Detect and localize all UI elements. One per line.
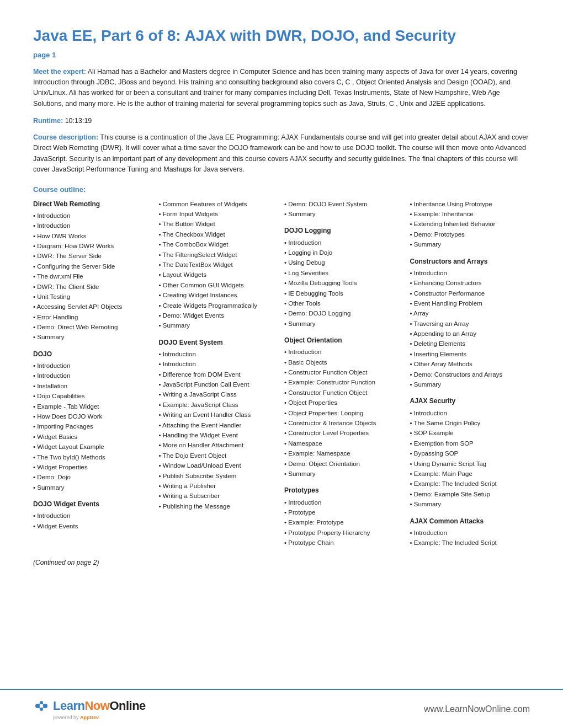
list-item: Constructor Level Properties: [284, 428, 405, 438]
section-title: DOJO Event System: [159, 338, 279, 348]
list-item: Example: Constructor Function: [284, 377, 405, 387]
list-item: Introduction: [33, 221, 153, 231]
list-item: Introduction: [33, 511, 153, 521]
logo-powered: powered by AppDev: [53, 715, 99, 720]
list-item: Using Dynamic Script Tag: [410, 459, 530, 469]
runtime-value: 10:13:19: [65, 117, 92, 125]
list-item: Example - Tab Widget: [33, 402, 153, 411]
list-item: Example: The Included Script: [410, 538, 530, 548]
list-item: Basic Objects: [284, 357, 405, 367]
list-item: Introduction: [33, 211, 153, 221]
footer-logo: LearnNowOnline powered by AppDev: [33, 698, 146, 720]
list-item: Prototype: [284, 507, 405, 517]
list-item: Other Common GUI Widgets: [159, 280, 279, 290]
list-item: Event Handling Problem: [410, 298, 530, 308]
list-item: Demo: Widget Events: [159, 311, 279, 320]
logo-text: LearnNowOnline: [53, 699, 146, 713]
list-item: Widget Properties: [33, 462, 153, 472]
list-item: Constructor Function Object: [284, 388, 405, 398]
list-item: The Dojo Event Object: [159, 451, 279, 461]
description-section: Course description: This course is a con…: [33, 132, 530, 175]
list-item: Publishing the Message: [159, 501, 279, 511]
section-1-3: DOJO Widget EventsIntroductionWidget Eve…: [33, 499, 153, 531]
section-3-1: Demo: DOJO Event SystemSummary: [284, 199, 405, 220]
column-2: Common Features of WidgetsForm Input Wid…: [159, 199, 279, 555]
section-3-2: DOJO LoggingIntroductionLogging in DojoU…: [284, 226, 405, 329]
list-item: The Checkbox Widget: [159, 229, 279, 239]
list-item: Summary: [33, 483, 153, 493]
section-title: DOJO: [33, 349, 153, 360]
list-item: Inserting Elements: [410, 349, 530, 359]
list-item: Constructor Performance: [410, 288, 530, 298]
list-item: Other Array Methods: [410, 359, 530, 369]
list-item: Common Features of Widgets: [159, 199, 279, 209]
list-item: The FilteringSelect Widget: [159, 250, 279, 260]
list-item: Example: Prototype: [284, 517, 405, 527]
list-item: Inheritance Using Prototype: [410, 199, 530, 209]
list-item: Introduction: [410, 268, 530, 278]
list-item: Difference from DOM Event: [159, 370, 279, 379]
list-item: Example: JavaScript Class: [159, 400, 279, 410]
list-item: Introduction: [33, 361, 153, 371]
list-item: Array: [410, 308, 530, 318]
list-item: Summary: [284, 209, 405, 219]
list-item: Demo: Direct Web Remoting: [33, 322, 153, 332]
outline-header: Course outline:: [33, 185, 530, 194]
list-item: Demo: Object Orientation: [284, 459, 405, 469]
column-1: Direct Web RemotingIntroductionIntroduct…: [33, 199, 153, 555]
list-item: Writing a JavaScript Class: [159, 389, 279, 399]
list-item: Handling the Widget Event: [159, 430, 279, 440]
list-item: Widget Events: [33, 521, 153, 531]
list-item: SOP Example: [410, 428, 530, 438]
list-item: Summary: [410, 239, 530, 249]
section-4-1: Inheritance Using PrototypeExample: Inhe…: [410, 199, 530, 250]
list-item: Dojo Capabilities: [33, 391, 153, 401]
section-1-1: Direct Web RemotingIntroductionIntroduct…: [33, 199, 153, 342]
page-wrapper: Java EE, Part 6 of 8: AJAX with DWR, DOJ…: [0, 0, 563, 673]
list-item: Creating Widget Instances: [159, 290, 279, 300]
list-item: Demo: Example Site Setup: [410, 489, 530, 499]
footer: LearnNowOnline powered by AppDev www.Lea…: [0, 689, 563, 728]
list-item: DWR: The Client Side: [33, 282, 153, 292]
footer-url: www.LearnNowOnline.com: [424, 704, 530, 714]
list-item: Widget Basics: [33, 432, 153, 442]
list-item: How Does DOJO Work: [33, 411, 153, 421]
list-item: Importing Packages: [33, 421, 153, 431]
section-title: AJAX Common Attacks: [410, 516, 530, 527]
list-item: Installation: [33, 381, 153, 391]
list-item: Introduction: [159, 359, 279, 369]
list-item: The DateTextBox Widget: [159, 260, 279, 270]
section-title: AJAX Security: [410, 396, 530, 406]
list-item: Logging in Dojo: [284, 248, 405, 258]
list-item: Create Widgets Programmatically: [159, 301, 279, 311]
list-item: Introduction: [410, 408, 530, 418]
list-item: Window Load/Unload Event: [159, 461, 279, 470]
list-item: Attaching the Event Handler: [159, 420, 279, 430]
list-item: Object Properties: [284, 398, 405, 408]
list-item: Demo: Constructors and Arrays: [410, 370, 530, 379]
column-4: Inheritance Using PrototypeExample: Inhe…: [410, 199, 530, 555]
list-item: Summary: [284, 469, 405, 479]
section-3-3: Object OrientationIntroductionBasic Obje…: [284, 335, 405, 479]
list-item: Other Tools: [284, 298, 405, 308]
list-item: Appending to an Array: [410, 329, 530, 339]
list-item: Example: The Included Script: [410, 479, 530, 489]
column-3: Demo: DOJO Event SystemSummaryDOJO Loggi…: [284, 199, 405, 555]
list-item: Writing a Publisher: [159, 481, 279, 491]
list-item: Accessing Servlet API Objects: [33, 302, 153, 312]
page-title: Java EE, Part 6 of 8: AJAX with DWR, DOJ…: [33, 26, 530, 45]
list-item: Error Handling: [33, 312, 153, 322]
list-item: Summary: [410, 379, 530, 389]
list-item: Object Properties: Looping: [284, 408, 405, 418]
section-title: Constructors and Arrays: [410, 256, 530, 267]
logo-main: LearnNowOnline: [33, 698, 146, 714]
list-item: The Same Origin Policy: [410, 418, 530, 428]
list-item: Introduction: [284, 347, 405, 357]
list-item: Introduction: [33, 371, 153, 381]
list-item: Summary: [159, 320, 279, 330]
list-item: Summary: [33, 332, 153, 342]
list-item: Namespace: [284, 438, 405, 448]
list-item: Extending Inherited Behavior: [410, 219, 530, 229]
list-item: Writing an Event Handler Class: [159, 410, 279, 420]
list-item: Diagram: How DWR Works: [33, 241, 153, 251]
